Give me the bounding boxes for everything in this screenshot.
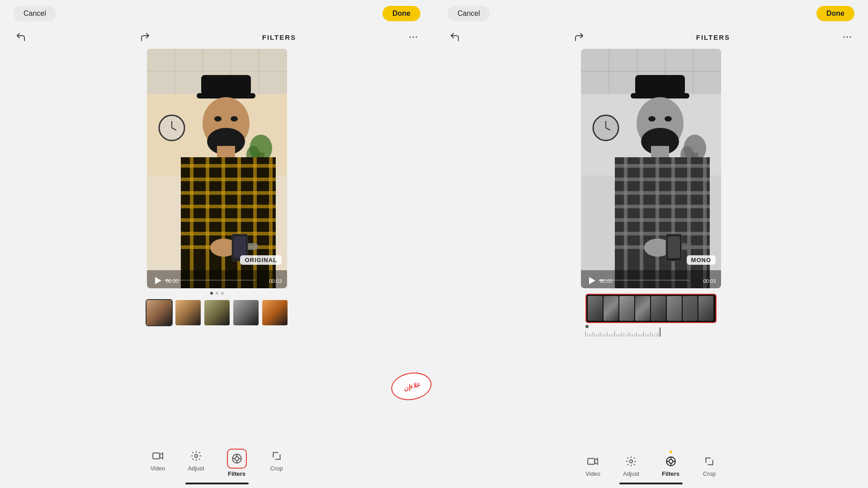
timeline-frame-5 bbox=[651, 296, 666, 321]
tick bbox=[594, 334, 595, 337]
timeline-frame-8 bbox=[698, 296, 713, 321]
right-more-icon[interactable] bbox=[840, 30, 854, 44]
svg-point-22 bbox=[231, 116, 238, 122]
svg-point-51 bbox=[235, 457, 239, 461]
right-panel: Cancel Done Filters bbox=[434, 0, 868, 488]
tick bbox=[611, 334, 611, 337]
svg-point-78 bbox=[665, 116, 672, 122]
svg-marker-103 bbox=[595, 459, 598, 465]
right-timeline-strip[interactable] bbox=[585, 294, 717, 323]
right-redo-icon[interactable] bbox=[572, 30, 586, 44]
watermark-circle: علاءإن bbox=[389, 370, 434, 404]
tick bbox=[654, 334, 655, 337]
svg-rect-37 bbox=[253, 157, 257, 288]
tick bbox=[585, 331, 586, 337]
left-bottom-toolbar: Video Adjust bbox=[0, 449, 434, 477]
left-redo-icon[interactable] bbox=[138, 30, 152, 44]
left-more-icon[interactable] bbox=[406, 30, 420, 44]
right-cancel-button[interactable]: Cancel bbox=[448, 6, 490, 21]
left-nav-crop[interactable]: Crop bbox=[269, 449, 284, 472]
tick bbox=[614, 331, 615, 337]
left-cancel-button[interactable]: Cancel bbox=[14, 6, 56, 21]
left-toolbar-row: FILTERS bbox=[0, 27, 434, 47]
svg-rect-89 bbox=[640, 157, 643, 288]
right-nav-video[interactable]: Video bbox=[585, 454, 600, 477]
dot-3 bbox=[221, 292, 224, 295]
tick bbox=[631, 334, 631, 337]
filter-thumb-cool[interactable] bbox=[203, 299, 231, 326]
left-top-bar: Cancel Done bbox=[0, 0, 434, 27]
left-video-icon bbox=[151, 449, 165, 463]
tick bbox=[649, 334, 649, 337]
svg-rect-82 bbox=[615, 178, 710, 181]
tick bbox=[638, 334, 638, 337]
svg-rect-29 bbox=[181, 205, 276, 208]
left-filter-strip bbox=[142, 297, 292, 328]
tick bbox=[651, 332, 651, 337]
tick bbox=[596, 334, 597, 337]
tick bbox=[616, 334, 617, 337]
right-nav-filters[interactable]: Filters bbox=[662, 454, 679, 477]
svg-rect-18 bbox=[201, 75, 251, 95]
left-nav-video-label: Video bbox=[150, 465, 165, 472]
tick bbox=[640, 334, 640, 337]
scrubber-dot bbox=[585, 325, 589, 328]
timeline-frame-2 bbox=[604, 296, 618, 321]
tick bbox=[622, 332, 622, 337]
left-nav-filters-label: Filters bbox=[228, 470, 245, 477]
left-done-button[interactable]: Done bbox=[382, 6, 420, 21]
left-dot-indicator bbox=[210, 292, 224, 295]
filter-thumb-vibrant[interactable] bbox=[261, 299, 288, 326]
tick bbox=[600, 332, 600, 337]
svg-marker-48 bbox=[160, 453, 163, 459]
left-undo-icon[interactable] bbox=[14, 30, 28, 44]
left-nav-adjust-label: Adjust bbox=[188, 465, 204, 472]
right-filter-label: MONO bbox=[687, 255, 716, 265]
svg-rect-33 bbox=[190, 157, 193, 288]
right-scrubber[interactable] bbox=[585, 325, 717, 336]
left-panel: Cancel Done FILTERS bbox=[0, 0, 434, 488]
right-crop-icon bbox=[702, 454, 717, 469]
filter-thumb-warm[interactable] bbox=[175, 299, 202, 326]
tick bbox=[604, 334, 604, 337]
tick bbox=[652, 334, 653, 337]
svg-rect-45 bbox=[165, 280, 255, 281]
svg-rect-42 bbox=[234, 236, 246, 258]
svg-rect-83 bbox=[615, 191, 710, 195]
left-time-start: 00:00 bbox=[166, 278, 179, 284]
tick bbox=[645, 334, 646, 337]
svg-point-58 bbox=[849, 37, 851, 38]
tick bbox=[643, 331, 644, 337]
left-nav-filters[interactable]: Filters bbox=[227, 449, 247, 477]
svg-point-21 bbox=[214, 116, 222, 122]
left-video-preview: ORIGINAL 00:00 00:03 bbox=[147, 49, 287, 288]
tick bbox=[636, 332, 637, 337]
svg-rect-35 bbox=[222, 157, 225, 288]
tick bbox=[591, 334, 591, 337]
right-nav-crop[interactable]: Crop bbox=[702, 454, 717, 477]
svg-point-77 bbox=[648, 116, 656, 122]
filter-thumb-mono[interactable] bbox=[232, 299, 259, 326]
svg-point-57 bbox=[846, 37, 848, 38]
left-nav-video[interactable]: Video bbox=[150, 449, 165, 472]
left-nav-crop-label: Crop bbox=[270, 465, 283, 472]
tick bbox=[609, 334, 609, 337]
svg-rect-27 bbox=[181, 178, 276, 181]
left-nav-adjust[interactable]: Adjust bbox=[188, 449, 204, 472]
tick bbox=[642, 334, 642, 337]
right-done-button[interactable]: Done bbox=[816, 6, 854, 21]
right-nav-adjust-label: Adjust bbox=[623, 470, 639, 477]
svg-point-1 bbox=[412, 37, 414, 38]
svg-rect-97 bbox=[668, 236, 680, 258]
tick bbox=[623, 334, 624, 337]
svg-rect-100 bbox=[599, 280, 689, 281]
svg-point-49 bbox=[194, 455, 198, 458]
right-nav-video-label: Video bbox=[585, 470, 600, 477]
right-undo-icon[interactable] bbox=[448, 30, 462, 44]
right-nav-adjust[interactable]: Adjust bbox=[623, 454, 639, 477]
tick bbox=[632, 334, 633, 337]
dot-2 bbox=[216, 292, 218, 295]
svg-rect-28 bbox=[181, 191, 276, 195]
left-time-end: 00:03 bbox=[269, 278, 282, 284]
filter-thumb-original[interactable] bbox=[146, 299, 173, 326]
